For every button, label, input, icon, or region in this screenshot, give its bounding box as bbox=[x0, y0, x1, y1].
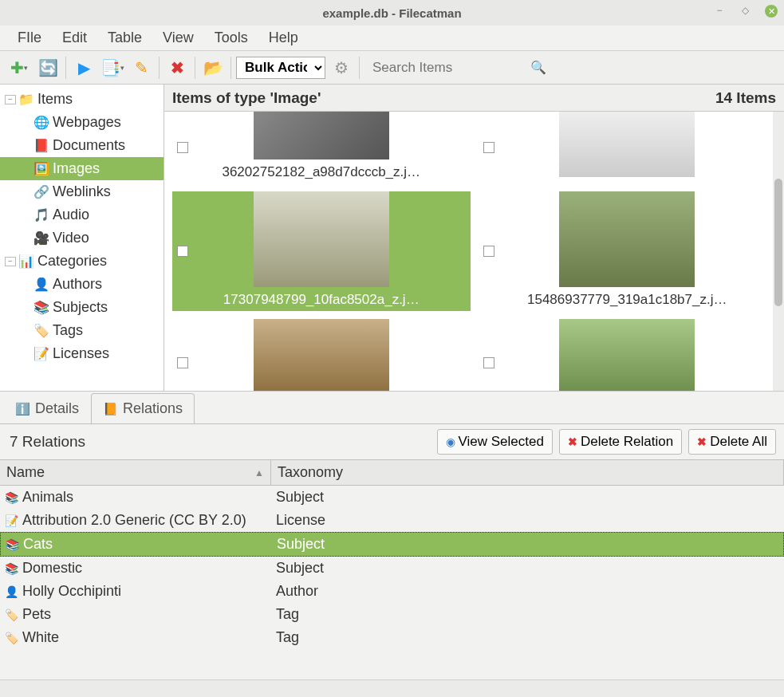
tree-node-webpages[interactable]: 🌐 Webpages bbox=[0, 111, 163, 134]
item-cell[interactable]: 36202752182_a98d7dcccb_z.j… bbox=[172, 112, 471, 183]
item-cell[interactable]: 15486937779_319a1c18b7_z.j… bbox=[479, 191, 777, 311]
item-checkbox[interactable] bbox=[177, 357, 188, 368]
tree-node-licenses[interactable]: 📝 Licenses bbox=[0, 342, 163, 365]
tree-node-items[interactable]: − 📁 Items bbox=[0, 88, 163, 111]
grid-scrollbar[interactable] bbox=[773, 112, 784, 391]
item-checkbox[interactable] bbox=[483, 246, 494, 257]
relations-table: Name ▲ Taxonomy 📚AnimalsSubject📝Attribut… bbox=[0, 459, 784, 679]
item-checkbox[interactable] bbox=[483, 357, 494, 368]
tree-node-video[interactable]: 🎥 Video bbox=[0, 226, 163, 250]
content-area: Items of type 'Image' 14 Items 362027521… bbox=[164, 85, 784, 391]
table-row[interactable]: 🏷️WhiteTag bbox=[0, 626, 784, 649]
table-row[interactable]: 🏷️PetsTag bbox=[0, 603, 784, 626]
minimize-button[interactable]: − bbox=[714, 5, 725, 16]
delete-all-button[interactable]: ✖ Delete All bbox=[688, 429, 776, 455]
tree-node-subjects[interactable]: 📚 Subjects bbox=[0, 296, 163, 319]
tab-relations[interactable]: 📙 Relations bbox=[91, 393, 195, 423]
tree-expander[interactable]: − bbox=[5, 257, 16, 266]
item-thumbnail bbox=[254, 191, 389, 287]
maximize-button[interactable]: ◇ bbox=[739, 5, 751, 16]
open-folder-button[interactable]: 📂 bbox=[200, 55, 226, 81]
add-button[interactable]: ✚▾ bbox=[6, 55, 32, 81]
table-row[interactable]: 📚CatsSubject bbox=[0, 532, 784, 557]
toolbar: ✚▾ 🔄 ▶ 📑▾ ✎ ✖ 📂 Bulk Action ⚙ 🔍 bbox=[0, 51, 784, 85]
item-thumbnail bbox=[559, 191, 695, 287]
cell-taxonomy: License bbox=[271, 510, 784, 530]
menubar: FIle Edit Table View Tools Help bbox=[0, 26, 784, 51]
separator bbox=[195, 57, 195, 79]
cell-name: 📚Animals bbox=[0, 487, 271, 507]
menu-tools[interactable]: Tools bbox=[207, 26, 256, 49]
menu-table[interactable]: Table bbox=[100, 26, 150, 49]
cell-name: 📚Domestic bbox=[0, 558, 271, 578]
tree-expander[interactable]: − bbox=[5, 95, 16, 104]
table-row[interactable]: 📚AnimalsSubject bbox=[0, 486, 784, 509]
bulk-action-select[interactable]: Bulk Action bbox=[236, 57, 325, 79]
webpage-icon: 🌐 bbox=[33, 115, 49, 130]
table-header: Name ▲ Taxonomy bbox=[0, 459, 784, 486]
relation-name: Animals bbox=[22, 489, 73, 506]
item-cell[interactable] bbox=[479, 319, 777, 391]
item-cell[interactable]: 17307948799_10fac8502a_z.j… bbox=[172, 191, 471, 311]
menu-edit[interactable]: Edit bbox=[54, 26, 95, 49]
item-checkbox[interactable] bbox=[177, 246, 188, 257]
relations-toolbar: 7 Relations ◉ View Selected ✖ Delete Rel… bbox=[0, 424, 784, 459]
menu-view[interactable]: View bbox=[155, 26, 202, 49]
row-icon: 👤 bbox=[5, 585, 19, 598]
row-icon: 📚 bbox=[5, 491, 19, 504]
relations-count: 7 Relations bbox=[8, 433, 85, 451]
separator bbox=[159, 57, 160, 79]
separator bbox=[230, 57, 231, 79]
view-selected-button[interactable]: ◉ View Selected bbox=[437, 429, 553, 455]
menu-help[interactable]: Help bbox=[261, 26, 306, 49]
search-input[interactable] bbox=[372, 57, 524, 79]
delete-button[interactable]: ✖ bbox=[164, 55, 190, 81]
table-row[interactable]: 📝Attribution 2.0 Generic (CC BY 2.0)Lice… bbox=[0, 509, 784, 532]
tree-node-authors[interactable]: 👤 Authors bbox=[0, 273, 163, 296]
close-button[interactable]: ✕ bbox=[765, 5, 778, 18]
copy-button[interactable]: 📑▾ bbox=[100, 55, 125, 81]
tree-node-documents[interactable]: 📕 Documents bbox=[0, 134, 163, 157]
row-icon: 📚 bbox=[5, 562, 19, 575]
search-icon[interactable]: 🔍 bbox=[530, 60, 546, 75]
tree-label: Authors bbox=[53, 276, 102, 293]
delete-relation-button[interactable]: ✖ Delete Relation bbox=[559, 429, 682, 455]
author-icon: 👤 bbox=[33, 277, 49, 292]
edit-button[interactable]: ✎ bbox=[128, 55, 154, 81]
refresh-button[interactable]: 🔄 bbox=[35, 55, 61, 81]
tree-node-audio[interactable]: 🎵 Audio bbox=[0, 203, 163, 226]
item-cell[interactable] bbox=[172, 319, 471, 391]
bottom-panel: ℹ️ Details 📙 Relations 7 Relations ◉ Vie… bbox=[0, 391, 784, 679]
content-heading: Items of type 'Image' bbox=[172, 89, 321, 107]
sidebar-tree[interactable]: − 📁 Items 🌐 Webpages 📕 Documents 🖼️ Imag… bbox=[0, 85, 164, 391]
header-taxonomy[interactable]: Taxonomy bbox=[271, 460, 784, 485]
relation-name: Cats bbox=[23, 536, 53, 553]
tree-node-tags[interactable]: 🏷️ Tags bbox=[0, 319, 163, 342]
items-grid[interactable]: 36202752182_a98d7dcccb_z.j… 17307948799_… bbox=[164, 112, 784, 391]
item-filename: 15486937779_319a1c18b7_z.j… bbox=[524, 287, 731, 311]
item-checkbox[interactable] bbox=[483, 142, 494, 153]
statusbar bbox=[0, 679, 784, 697]
gear-button[interactable]: ⚙ bbox=[329, 55, 354, 81]
scroll-thumb[interactable] bbox=[774, 179, 782, 306]
tree-label: Licenses bbox=[53, 345, 109, 362]
tree-label: Subjects bbox=[53, 299, 108, 316]
table-row[interactable]: 📚DomesticSubject bbox=[0, 557, 784, 580]
menu-file[interactable]: FIle bbox=[10, 26, 49, 49]
tree-node-categories[interactable]: − 📊 Categories bbox=[0, 250, 163, 273]
item-checkbox[interactable] bbox=[177, 142, 188, 153]
row-icon: 🏷️ bbox=[5, 608, 19, 621]
license-icon: 📝 bbox=[33, 346, 49, 361]
tree-node-weblinks[interactable]: 🔗 Weblinks bbox=[0, 180, 163, 203]
header-name[interactable]: Name ▲ bbox=[0, 460, 271, 485]
info-icon: ℹ️ bbox=[15, 402, 30, 416]
item-thumbnail bbox=[559, 112, 695, 177]
view-icon: ◉ bbox=[446, 435, 455, 448]
table-row[interactable]: 👤Holly OcchipintiAuthor bbox=[0, 580, 784, 603]
tree-node-images[interactable]: 🖼️ Images bbox=[0, 157, 163, 180]
image-icon: 🖼️ bbox=[33, 161, 49, 176]
tab-details[interactable]: ℹ️ Details bbox=[3, 393, 91, 423]
audio-icon: 🎵 bbox=[33, 207, 49, 222]
item-cell[interactable] bbox=[479, 112, 777, 183]
play-button[interactable]: ▶ bbox=[71, 55, 97, 81]
